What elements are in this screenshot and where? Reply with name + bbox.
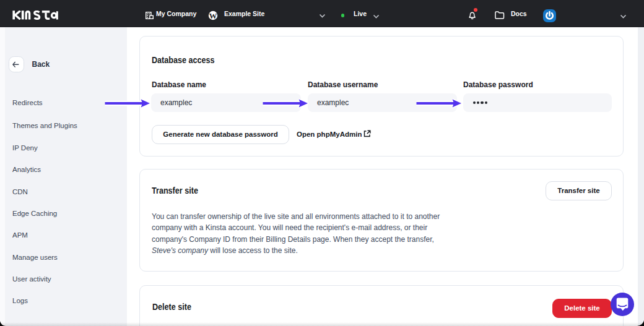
svg-text:W: W	[209, 11, 217, 20]
